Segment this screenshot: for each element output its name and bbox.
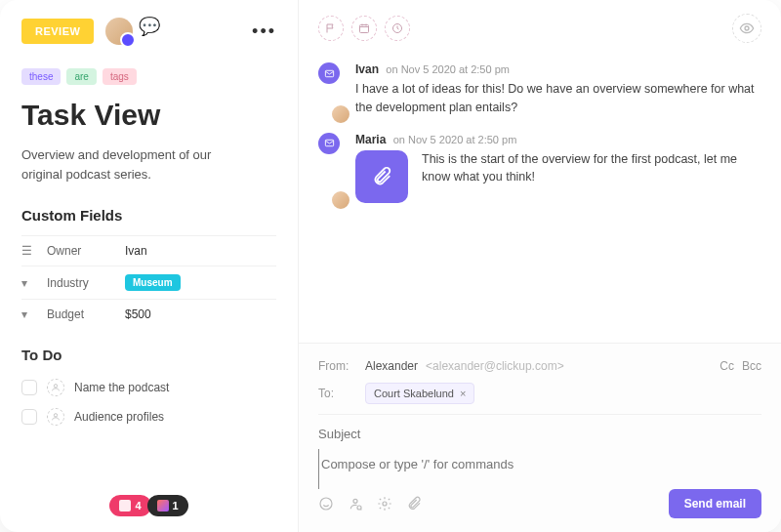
todo-label: Name the podcast [74, 381, 169, 394]
recipient-chip[interactable]: Court Skabelund × [365, 383, 474, 404]
close-icon[interactable]: × [460, 388, 466, 399]
mail-badge-icon [318, 62, 340, 84]
send-email-button[interactable]: Send email [669, 489, 761, 518]
comment-date: on Nov 5 2020 at 2:50 pm [386, 63, 510, 75]
tag-list: these are tags [21, 68, 276, 85]
more-menu-icon[interactable]: ••• [252, 21, 276, 42]
flag-icon[interactable] [318, 16, 344, 41]
user-avatar [330, 103, 351, 125]
to-row: To: Court Skabelund × [318, 383, 761, 404]
subject-input[interactable] [318, 414, 761, 449]
dropdown-icon: ▾ [21, 276, 37, 290]
checkbox-icon[interactable] [21, 380, 37, 395]
speech-bubble-icon: 💬 [139, 16, 160, 37]
svg-point-1 [54, 414, 57, 417]
email-composer: From: Alexander <alexander@clickup.com> … [299, 343, 781, 532]
calendar-icon[interactable] [351, 16, 377, 41]
pill-count: 1 [173, 500, 179, 512]
comment-avatar-stack[interactable] [318, 62, 346, 117]
mail-badge-icon [318, 133, 340, 154]
from-row: From: Alexander <alexander@clickup.com> … [318, 359, 761, 373]
gear-icon[interactable] [377, 496, 392, 512]
custom-fields-heading: Custom Fields [21, 207, 276, 224]
field-row-industry: ▾ Industry Museum [21, 266, 276, 299]
figma-icon [157, 500, 169, 512]
task-title[interactable]: Task View [21, 99, 276, 132]
pill-count: 4 [135, 500, 141, 512]
clock-icon[interactable] [385, 16, 410, 41]
field-label: Budget [47, 307, 125, 321]
comment-author: Ivan [355, 62, 379, 76]
user-avatar [330, 189, 351, 211]
attach-icon[interactable] [406, 496, 422, 512]
svg-point-4 [745, 26, 749, 30]
attachment-pill-red[interactable]: 4 [109, 495, 150, 516]
field-row-owner: ☰ Owner Ivan [21, 235, 276, 266]
todo-heading: To Do [21, 347, 276, 363]
assignee-placeholder-icon[interactable] [47, 379, 64, 396]
svg-point-7 [320, 498, 332, 510]
todo-item[interactable]: Name the podcast [21, 373, 276, 402]
tag-item[interactable]: are [66, 68, 96, 85]
from-name[interactable]: Alexander [365, 359, 418, 373]
comments-thread: Ivan on Nov 5 2020 at 2:50 pm I have a l… [299, 57, 781, 219]
to-label: To: [318, 387, 357, 400]
comment-text: I have a lot of ideas for this! Do we ha… [355, 80, 761, 117]
left-footer: 4 1 [21, 495, 276, 532]
right-panel: Ivan on Nov 5 2020 at 2:50 pm I have a l… [298, 0, 781, 532]
watch-icon[interactable] [732, 14, 761, 43]
review-status-button[interactable]: REVIEW [21, 19, 94, 44]
comment-date: on Nov 5 2020 at 2:50 pm [393, 134, 517, 145]
svg-point-8 [353, 499, 357, 503]
cc-button[interactable]: Cc [719, 359, 734, 373]
comment-avatar-stack[interactable] [318, 133, 346, 203]
svg-point-10 [383, 502, 387, 506]
svg-rect-2 [360, 25, 369, 33]
comment-author: Maria [355, 133, 386, 146]
checkbox-icon[interactable] [21, 409, 37, 425]
field-row-budget: ▾ Budget $500 [21, 299, 276, 329]
tag-item[interactable]: tags [103, 68, 137, 85]
comment-text: This is the start of the overview for th… [422, 150, 761, 187]
from-email: <alexander@clickup.com> [426, 359, 564, 373]
composer-footer: Send email [318, 489, 761, 518]
dropdown-icon: ▾ [21, 307, 37, 321]
list-icon: ☰ [21, 244, 37, 258]
right-header [299, 0, 781, 57]
doc-icon [119, 500, 131, 512]
compose-body-input[interactable] [318, 449, 761, 489]
field-label: Industry [47, 276, 125, 290]
bcc-button[interactable]: Bcc [742, 359, 761, 373]
from-label: From: [318, 359, 357, 373]
field-value[interactable]: Ivan [125, 244, 147, 258]
todo-label: Audience profiles [74, 410, 164, 424]
comment-item: Maria on Nov 5 2020 at 2:50 pm This is t… [318, 133, 761, 203]
left-header: REVIEW 💬 ••• [21, 18, 276, 45]
task-description[interactable]: Overview and development of our original… [21, 145, 246, 184]
field-label: Owner [47, 244, 125, 258]
svg-point-0 [54, 385, 57, 388]
emoji-icon[interactable] [318, 496, 334, 512]
chip-label: Court Skabelund [374, 388, 454, 399]
assignee-avatar[interactable] [105, 18, 133, 45]
attachment-pill-dark[interactable]: 1 [147, 495, 188, 516]
assignee-placeholder-icon[interactable] [47, 408, 64, 426]
task-app-window: REVIEW 💬 ••• these are tags Task View Ov… [0, 0, 781, 532]
field-value[interactable]: $500 [125, 307, 151, 321]
tag-item[interactable]: these [21, 68, 61, 85]
mention-icon[interactable] [348, 496, 363, 512]
comment-item: Ivan on Nov 5 2020 at 2:50 pm I have a l… [318, 62, 761, 117]
left-panel: REVIEW 💬 ••• these are tags Task View Ov… [0, 0, 298, 532]
todo-item[interactable]: Audience profiles [21, 402, 276, 431]
attachment-thumbnail[interactable] [355, 150, 408, 203]
industry-badge[interactable]: Museum [125, 274, 181, 291]
